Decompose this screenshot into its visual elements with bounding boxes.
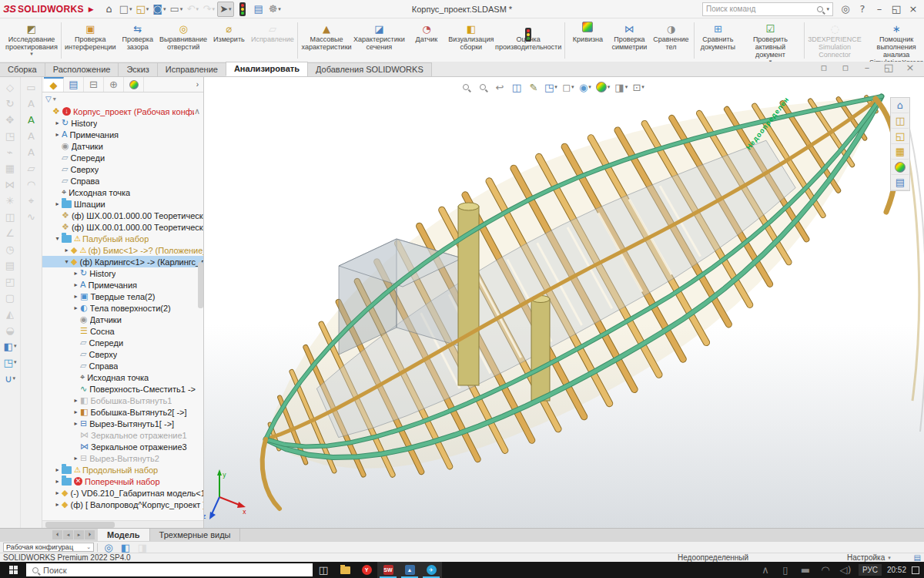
tree-row[interactable]: ▸AПримечания bbox=[42, 129, 203, 140]
spline-tool-button[interactable]: ∪▾ bbox=[2, 371, 18, 385]
curvature-button[interactable]: Кривизна bbox=[567, 19, 608, 62]
tree-row[interactable]: ▸◆⚠(ф) Бимс<1> ->? (Положение_2 bbox=[42, 244, 203, 256]
expand-arrow-icon[interactable]: ▸ bbox=[53, 478, 62, 485]
device-icon[interactable]: ▯ bbox=[778, 563, 793, 578]
measure-button[interactable]: ⌀Измерить bbox=[208, 19, 249, 62]
close-button[interactable]: × bbox=[906, 2, 921, 17]
expand-arrow-icon[interactable]: ▸ bbox=[72, 270, 80, 277]
expand-arrow-icon[interactable]: ▸ bbox=[53, 200, 62, 207]
status-customize-link[interactable]: Настройка bbox=[847, 553, 885, 562]
tree-row[interactable]: ⋈Зеркальное отражение1 bbox=[42, 429, 203, 441]
appearances-scenes-icon[interactable] bbox=[891, 160, 909, 175]
tree-row[interactable]: ▱Сверху bbox=[42, 348, 203, 360]
zoom-to-fit-icon[interactable] bbox=[458, 80, 474, 94]
solidworks-app-icon[interactable]: SW bbox=[377, 562, 399, 578]
dimxpertmanager-tab[interactable]: ⊕ bbox=[104, 77, 124, 92]
language-indicator[interactable]: РУС bbox=[859, 564, 882, 576]
options-gear-icon[interactable]: ☸▾ bbox=[267, 2, 283, 17]
expand-arrow-icon[interactable]: ▸ bbox=[53, 119, 62, 126]
tree-row[interactable]: ∿Поверхность-Сместить1 -> bbox=[42, 383, 203, 395]
tree-horizontal-scrollbar[interactable] bbox=[42, 520, 203, 528]
custom-properties-icon[interactable]: ▤ bbox=[891, 175, 909, 190]
tree-row[interactable]: ▸▣Твердые тела(2) bbox=[42, 291, 203, 302]
expand-arrow-icon[interactable]: ▸ bbox=[62, 247, 71, 254]
check-active-document-button[interactable]: ☑Проверить активный документ▾ bbox=[738, 19, 802, 62]
assembly-visualization-button[interactable]: ◧Визуализация сборки bbox=[447, 19, 495, 62]
notification-center-icon[interactable] bbox=[912, 566, 919, 574]
doc-close-icon[interactable]: × bbox=[902, 59, 918, 75]
featuremanager-tab[interactable]: ◆ bbox=[44, 77, 64, 92]
performance-evaluation-button[interactable]: Оценка производительности bbox=[495, 19, 562, 62]
tab-эскиз[interactable]: Эскиз bbox=[118, 62, 157, 76]
tab-добавления-solidworks[interactable]: Добавления SOLIDWORKS bbox=[307, 62, 432, 76]
doc-tile-icon[interactable]: ▫ bbox=[838, 59, 853, 75]
search-icon[interactable] bbox=[817, 6, 823, 12]
tree-row[interactable]: ▸◧Бобышка-Вытянуть1 bbox=[42, 395, 203, 406]
expand-arrow-icon[interactable]: ▸ bbox=[72, 455, 80, 462]
collapse-all-icon[interactable]: ∧ bbox=[194, 106, 203, 116]
tree-row[interactable]: ▸↻History bbox=[42, 117, 203, 129]
tab-расположение[interactable]: Расположение bbox=[45, 62, 119, 76]
tree-row[interactable]: ▱Справа bbox=[42, 360, 203, 371]
simulationxpress-wizard-button[interactable]: ∗Помощник выполнения анализа SimulationX… bbox=[862, 19, 924, 62]
user-account-icon[interactable]: ◎ bbox=[838, 2, 853, 17]
auto-balloon-button[interactable]: A bbox=[23, 113, 40, 126]
tree-row[interactable]: ⋈Зеркальное отражение3 bbox=[42, 441, 203, 452]
expand-arrow-icon[interactable]: ▸ bbox=[53, 466, 62, 473]
view-orientation-icon[interactable]: ◳▾ bbox=[543, 80, 559, 94]
configuration-dropdown[interactable]: Рабочая конфигурац ⌄ bbox=[3, 543, 94, 552]
tab-scroll-button[interactable]: ▸ bbox=[74, 530, 84, 539]
compare-documents-button[interactable]: ⊞Сравнить документы bbox=[697, 19, 738, 62]
save-icon[interactable]: ◙▾ bbox=[151, 2, 167, 17]
tree-row[interactable]: ▱Справа bbox=[42, 175, 203, 187]
filter-icon[interactable]: ▽ bbox=[45, 95, 52, 103]
help-icon[interactable]: ? bbox=[855, 2, 870, 17]
design-library-icon[interactable]: ◫ bbox=[891, 113, 909, 129]
print-icon[interactable]: ▭▾ bbox=[168, 2, 184, 17]
telegram-app-icon[interactable]: ✈ bbox=[420, 562, 442, 578]
doc-restore-icon[interactable]: ◱ bbox=[881, 59, 896, 75]
tab-scroll-button[interactable]: ⏴ bbox=[52, 530, 62, 539]
tree-row[interactable]: ▸◆(-) VD6.210_Габаритная модель<1> (По bbox=[42, 487, 203, 499]
expand-arrow-icon[interactable]: ▸ bbox=[53, 501, 62, 508]
doc-new-window-icon[interactable]: ▫ bbox=[816, 59, 832, 75]
propertymanager-tab[interactable]: ▤ bbox=[64, 77, 84, 92]
expand-arrow-icon[interactable]: ▸ bbox=[72, 281, 80, 288]
hide-show-items-icon[interactable]: ◉▾ bbox=[578, 80, 593, 94]
search-dropdown-icon[interactable]: ▾ bbox=[826, 6, 829, 12]
file-explorer-icon[interactable]: ◱ bbox=[891, 129, 909, 144]
zoom-to-area-icon[interactable] bbox=[475, 80, 490, 94]
tree-row[interactable]: ◉Датчики bbox=[42, 314, 203, 325]
expand-arrow-icon[interactable]: ▸ bbox=[53, 489, 62, 496]
select-cursor-icon[interactable]: ➤▾ bbox=[217, 2, 233, 17]
tree-row[interactable]: ▸◧Бобышка-Вытянуть2[ ->] bbox=[42, 406, 203, 418]
status-tab-icon[interactable]: ▤ bbox=[914, 554, 921, 562]
mast-cylinder-small[interactable] bbox=[531, 296, 550, 402]
section-properties-button[interactable]: ◪Характеристики сечения bbox=[353, 19, 406, 62]
image-viewer-app-icon[interactable]: ▲ bbox=[399, 562, 420, 578]
compare-bodies-button[interactable]: ◑Сравнение тел bbox=[650, 19, 691, 62]
rebuild-traffic-light-icon[interactable] bbox=[235, 2, 250, 17]
tree-row[interactable]: ❖(ф) ШХ.00.01.000.00 Теоретическая пове bbox=[42, 221, 203, 233]
battery-icon[interactable]: ▬ bbox=[798, 563, 813, 578]
design-study-button[interactable]: ◩Исследование проектирования▾ bbox=[5, 19, 59, 62]
configurationmanager-tab[interactable]: ⊟ bbox=[84, 77, 104, 92]
logo-flyout-arrow-icon[interactable]: ▶ bbox=[89, 5, 94, 13]
expand-arrow-icon[interactable]: ▸ bbox=[72, 304, 80, 311]
tree-row[interactable]: ▸◆(ф) [ Валопровод^Корпус_проект ]<1> - bbox=[42, 499, 203, 510]
tree-row[interactable]: ▾◆(ф) Карлингс<1> -> (Карлингс_длин bbox=[42, 256, 203, 267]
tree-row[interactable]: ◉Датчики bbox=[42, 140, 203, 152]
tree-row[interactable]: ▸Шпации bbox=[42, 198, 203, 210]
edit-appearance-icon[interactable]: ▾ bbox=[594, 80, 612, 94]
minimize-button[interactable]: – bbox=[872, 2, 887, 17]
clock[interactable]: 20:52 bbox=[887, 566, 906, 574]
yandex-browser-icon[interactable]: Y bbox=[356, 562, 377, 578]
expand-arrow-icon[interactable]: ▾ bbox=[53, 235, 62, 242]
tree-row[interactable]: ❖↓Корпус_проект (Рабочая конфигурация∧ bbox=[42, 106, 203, 117]
displaymanager-tab[interactable] bbox=[124, 77, 144, 92]
tree-row[interactable]: ⌖Исходная точка bbox=[42, 187, 203, 198]
tree-row[interactable]: ▱Спереди bbox=[42, 337, 203, 348]
expand-arrow-icon[interactable]: ▸ bbox=[72, 408, 80, 415]
tab-сборка[interactable]: Сборка bbox=[0, 62, 45, 76]
sensor-button[interactable]: ◔Датчик bbox=[406, 19, 447, 62]
